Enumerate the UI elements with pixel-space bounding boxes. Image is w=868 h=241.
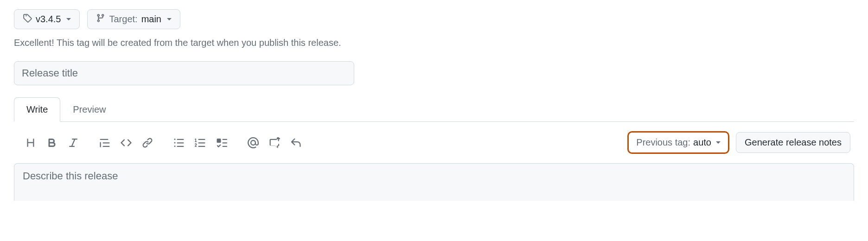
previous-tag-value: auto [693,137,711,148]
code-icon[interactable] [120,136,133,149]
heading-icon[interactable] [24,136,37,149]
cross-reference-icon[interactable] [268,136,281,149]
italic-icon[interactable] [67,136,80,149]
task-list-icon[interactable] [215,136,228,149]
git-branch-icon [96,13,105,25]
tag-selector-label: v3.4.5 [36,14,61,25]
editor-tabs: Write Preview [14,97,854,122]
generate-release-notes-button[interactable]: Generate release notes [736,132,850,153]
markdown-toolbar [24,136,321,149]
target-selector-button[interactable]: Target: main [87,9,180,29]
release-title-input[interactable] [14,61,354,85]
tag-helper-text: Excellent! This tag will be created from… [14,38,854,48]
ordered-list-icon[interactable] [194,136,207,149]
previous-tag-label: Previous tag: [636,137,690,148]
chevron-down-icon [716,141,721,144]
unordered-list-icon[interactable] [172,136,185,149]
chevron-down-icon [167,18,172,20]
chevron-down-icon [66,18,71,20]
tag-selector-button[interactable]: v3.4.5 [14,9,80,29]
mention-icon[interactable] [247,136,260,149]
tag-icon [23,13,32,25]
target-value: main [141,14,161,25]
quote-icon[interactable] [98,136,111,149]
tab-write[interactable]: Write [14,97,60,122]
release-description-textarea[interactable] [14,163,854,201]
bold-icon[interactable] [45,136,58,149]
previous-tag-button[interactable]: Previous tag: auto [627,131,729,154]
target-label: Target: [109,14,137,25]
link-icon[interactable] [141,136,154,149]
tab-preview[interactable]: Preview [60,97,118,121]
reply-icon[interactable] [289,136,302,149]
